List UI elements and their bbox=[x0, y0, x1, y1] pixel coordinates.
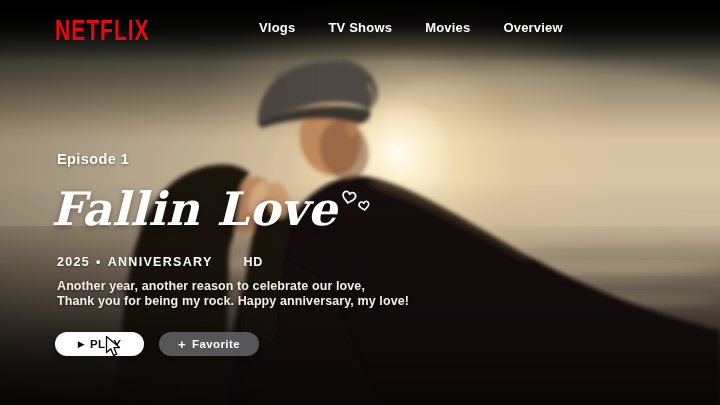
description-text: Another year, another reason to celebrat… bbox=[57, 279, 409, 308]
nav-item-vlogs[interactable]: Vlogs bbox=[259, 20, 295, 35]
nav-item-movies[interactable]: Movies bbox=[425, 20, 470, 35]
favorite-button[interactable]: + Favorite bbox=[159, 332, 259, 356]
top-navigation-bar: NETFLIX Vlogs TV Shows Movies Overview bbox=[0, 0, 720, 62]
play-button-label: PLAY bbox=[90, 338, 121, 350]
title-row: Fallin Love bbox=[51, 183, 373, 235]
netflix-logo[interactable]: NETFLIX bbox=[55, 13, 150, 48]
action-buttons: ▶ PLAY + Favorite bbox=[55, 332, 259, 356]
meta-year: 2025 bbox=[57, 255, 90, 269]
description-line-1: Another year, another reason to celebrat… bbox=[57, 279, 365, 293]
metadata-row: 2025 • ANNIVERSARY HD bbox=[57, 255, 263, 269]
meta-separator: • bbox=[96, 255, 102, 269]
meta-category: ANNIVERSARY bbox=[108, 255, 213, 269]
play-button[interactable]: ▶ PLAY bbox=[55, 332, 144, 356]
nav-links: Vlogs TV Shows Movies Overview bbox=[259, 20, 563, 35]
hd-badge: HD bbox=[244, 255, 264, 269]
show-title: Fallin Love bbox=[51, 183, 337, 235]
netflix-home-screen: NETFLIX Vlogs TV Shows Movies Overview E… bbox=[0, 0, 720, 405]
doodle-hearts-icon bbox=[339, 189, 373, 219]
plus-icon: + bbox=[178, 338, 186, 351]
nav-item-tv-shows[interactable]: TV Shows bbox=[328, 20, 392, 35]
play-icon: ▶ bbox=[78, 340, 85, 349]
nav-item-overview[interactable]: Overview bbox=[503, 20, 562, 35]
description-line-2: Thank you for being my rock. Happy anniv… bbox=[57, 294, 409, 308]
episode-label: Episode 1 bbox=[57, 151, 129, 167]
favorite-button-label: Favorite bbox=[192, 338, 240, 350]
